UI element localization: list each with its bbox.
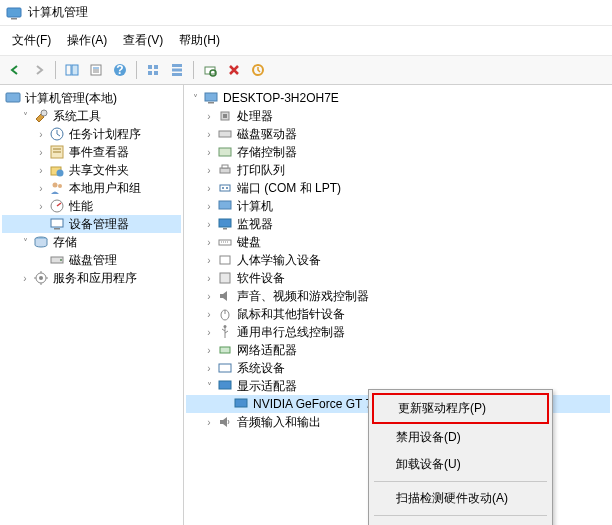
menubar: 文件(F) 操作(A) 查看(V) 帮助(H) bbox=[0, 26, 612, 56]
network-icon bbox=[217, 342, 233, 358]
node-ports[interactable]: ›端口 (COM 和 LPT) bbox=[186, 179, 610, 197]
clock-icon bbox=[49, 126, 65, 142]
expand-icon[interactable]: › bbox=[202, 235, 216, 249]
menu-view[interactable]: 查看(V) bbox=[115, 28, 171, 53]
cpu-icon bbox=[217, 108, 233, 124]
node-host[interactable]: ˅ DESKTOP-3H2OH7E bbox=[186, 89, 610, 107]
expand-icon[interactable]: › bbox=[202, 415, 216, 429]
node-disk-drives[interactable]: ›磁盘驱动器 bbox=[186, 125, 610, 143]
expand-icon[interactable]: › bbox=[202, 271, 216, 285]
expand-icon[interactable]: › bbox=[202, 307, 216, 321]
expand-icon[interactable]: › bbox=[202, 361, 216, 375]
svg-rect-20 bbox=[6, 93, 20, 102]
svg-point-35 bbox=[60, 259, 62, 261]
expand-icon[interactable]: › bbox=[202, 163, 216, 177]
expand-icon[interactable]: › bbox=[202, 253, 216, 267]
expand-icon[interactable]: › bbox=[202, 343, 216, 357]
node-label: 系统工具 bbox=[53, 108, 101, 125]
node-print-queues[interactable]: ›打印队列 bbox=[186, 161, 610, 179]
menu-file[interactable]: 文件(F) bbox=[4, 28, 59, 53]
ctx-disable-device[interactable]: 禁用设备(D) bbox=[372, 424, 549, 451]
node-usb[interactable]: ›通用串行总线控制器 bbox=[186, 323, 610, 341]
node-keyboards[interactable]: ›键盘 bbox=[186, 233, 610, 251]
left-tree-pane[interactable]: 计算机管理(本地) ˅ 系统工具 › 任务计划程序 › 事件查看器 › 共享文件… bbox=[0, 85, 184, 525]
expand-icon[interactable]: › bbox=[202, 145, 216, 159]
expand-icon[interactable]: › bbox=[202, 289, 216, 303]
ctx-uninstall-device[interactable]: 卸载设备(U) bbox=[372, 451, 549, 478]
expand-icon[interactable]: › bbox=[18, 271, 32, 285]
svg-rect-3 bbox=[72, 65, 78, 75]
ctx-update-driver[interactable]: 更新驱动程序(P) bbox=[372, 393, 549, 424]
node-performance[interactable]: › 性能 bbox=[2, 197, 181, 215]
svg-point-47 bbox=[222, 187, 224, 189]
node-device-manager[interactable]: › 设备管理器 bbox=[2, 215, 181, 233]
toolbar-separator bbox=[193, 61, 194, 79]
node-storage[interactable]: ˅ 存储 bbox=[2, 233, 181, 251]
expand-icon[interactable]: › bbox=[202, 199, 216, 213]
properties-button[interactable] bbox=[85, 59, 107, 81]
printer-icon bbox=[217, 162, 233, 178]
node-processors[interactable]: ›处理器 bbox=[186, 107, 610, 125]
node-system-devices[interactable]: ›系统设备 bbox=[186, 359, 610, 377]
node-task-scheduler[interactable]: › 任务计划程序 bbox=[2, 125, 181, 143]
expand-icon[interactable]: › bbox=[202, 181, 216, 195]
node-services-apps[interactable]: › 服务和应用程序 bbox=[2, 269, 181, 287]
node-system-tools[interactable]: ˅ 系统工具 bbox=[2, 107, 181, 125]
expand-icon[interactable]: › bbox=[34, 199, 48, 213]
ctx-scan-hardware[interactable]: 扫描检测硬件改动(A) bbox=[372, 485, 549, 512]
node-computer-cat[interactable]: ›计算机 bbox=[186, 197, 610, 215]
collapse-icon[interactable]: ˅ bbox=[18, 235, 32, 249]
back-button[interactable] bbox=[4, 59, 26, 81]
node-label: 设备管理器 bbox=[69, 216, 129, 233]
node-sound-game[interactable]: ›声音、视频和游戏控制器 bbox=[186, 287, 610, 305]
node-shared-folders[interactable]: › 共享文件夹 bbox=[2, 161, 181, 179]
expand-icon[interactable]: › bbox=[202, 127, 216, 141]
collapse-icon[interactable]: ˅ bbox=[188, 91, 202, 105]
ctx-properties[interactable]: 属性(R) bbox=[372, 519, 549, 525]
svg-rect-46 bbox=[220, 185, 230, 191]
expand-icon[interactable]: › bbox=[202, 325, 216, 339]
menu-action[interactable]: 操作(A) bbox=[59, 28, 115, 53]
drive-icon bbox=[217, 126, 233, 142]
uninstall-device-button[interactable] bbox=[223, 59, 245, 81]
monitor-icon bbox=[217, 216, 233, 232]
svg-rect-41 bbox=[223, 114, 227, 118]
audio-icon bbox=[217, 414, 233, 430]
node-software-devices[interactable]: ›软件设备 bbox=[186, 269, 610, 287]
menu-help[interactable]: 帮助(H) bbox=[171, 28, 228, 53]
node-mice[interactable]: ›鼠标和其他指针设备 bbox=[186, 305, 610, 323]
collapse-icon[interactable]: ˅ bbox=[18, 109, 32, 123]
view-devices-by-conn-button[interactable] bbox=[166, 59, 188, 81]
expand-icon[interactable]: › bbox=[34, 145, 48, 159]
expand-icon[interactable]: › bbox=[34, 127, 48, 141]
speaker-icon bbox=[217, 288, 233, 304]
node-network[interactable]: ›网络适配器 bbox=[186, 341, 610, 359]
expand-icon[interactable]: › bbox=[34, 181, 48, 195]
context-menu: 更新驱动程序(P) 禁用设备(D) 卸载设备(U) 扫描检测硬件改动(A) 属性… bbox=[368, 389, 553, 525]
node-event-viewer[interactable]: › 事件查看器 bbox=[2, 143, 181, 161]
app-icon bbox=[6, 5, 22, 21]
node-disk-management[interactable]: › 磁盘管理 bbox=[2, 251, 181, 269]
show-hide-tree-button[interactable] bbox=[61, 59, 83, 81]
scan-hardware-button[interactable] bbox=[199, 59, 221, 81]
node-storage-controllers[interactable]: ›存储控制器 bbox=[186, 143, 610, 161]
help-button[interactable]: ? bbox=[109, 59, 131, 81]
node-hid[interactable]: ›人体学输入设备 bbox=[186, 251, 610, 269]
display-icon bbox=[217, 378, 233, 394]
node-local-users[interactable]: › 本地用户和组 bbox=[2, 179, 181, 197]
node-label: 人体学输入设备 bbox=[237, 252, 321, 269]
svg-rect-11 bbox=[154, 65, 158, 69]
pc-icon bbox=[217, 198, 233, 214]
collapse-icon[interactable]: ˅ bbox=[202, 379, 216, 393]
forward-button[interactable] bbox=[28, 59, 50, 81]
expand-icon[interactable]: › bbox=[34, 163, 48, 177]
svg-rect-45 bbox=[222, 165, 228, 168]
expand-icon[interactable]: › bbox=[202, 109, 216, 123]
ctx-separator bbox=[374, 515, 547, 516]
update-driver-button[interactable] bbox=[247, 59, 269, 81]
node-computer-management[interactable]: 计算机管理(本地) bbox=[2, 89, 181, 107]
view-devices-by-type-button[interactable] bbox=[142, 59, 164, 81]
expand-icon[interactable]: › bbox=[202, 217, 216, 231]
svg-text:?: ? bbox=[116, 63, 123, 77]
node-monitors[interactable]: ›监视器 bbox=[186, 215, 610, 233]
